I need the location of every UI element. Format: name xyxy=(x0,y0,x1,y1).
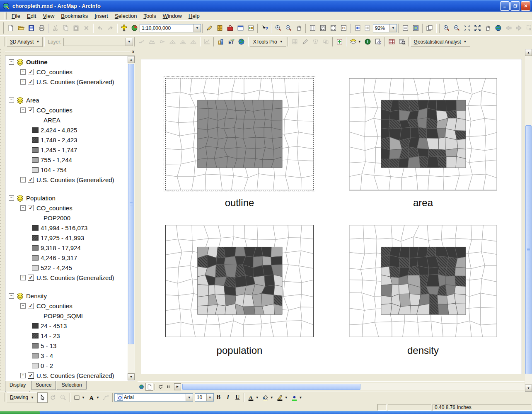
minimize-button[interactable] xyxy=(500,1,510,11)
menu-insert[interactable]: Insert xyxy=(91,12,111,20)
expand-toggle-icon[interactable]: − xyxy=(20,205,26,211)
font-size-dropdown-icon[interactable]: ▼ xyxy=(206,394,213,401)
layer-checkbox[interactable]: ✓ xyxy=(28,177,34,183)
full-extent-button[interactable] xyxy=(493,23,503,33)
layout-zoom-in-button[interactable] xyxy=(273,23,283,33)
layout-scroll-up-icon[interactable]: ▲ xyxy=(525,49,532,56)
zoom-page-extent-button[interactable] xyxy=(328,23,339,33)
toc-scroll-thumb[interactable] xyxy=(128,64,134,344)
profile-graph-button[interactable] xyxy=(202,37,212,47)
toc-class-522-4-245[interactable]: 522 - 4,245 xyxy=(5,263,128,273)
toc-class-755-1-244[interactable]: 755 - 1,244 xyxy=(5,155,128,165)
rotate-element-button[interactable] xyxy=(48,392,58,403)
find-button[interactable] xyxy=(397,37,407,47)
font-size-combo[interactable]: 10 ▼ xyxy=(195,393,214,402)
toc-layer-density-u-s-counties-generalized[interactable]: +✓U.S. Counties (Generalized) xyxy=(5,370,128,380)
toc-class-9-318-17-924[interactable]: 9,318 - 17,924 xyxy=(5,243,128,253)
arcglobe-button[interactable] xyxy=(236,37,247,47)
info-button[interactable]: i xyxy=(363,37,373,47)
map-label-population[interactable]: population xyxy=(165,345,314,357)
interpolate-shape-button[interactable] xyxy=(147,37,157,47)
layout-view-button[interactable] xyxy=(145,383,153,391)
toc-tab-display[interactable]: Display xyxy=(5,381,30,392)
focus-data-frame-button[interactable] xyxy=(411,23,421,33)
menu-bookmarks[interactable]: Bookmarks xyxy=(58,12,91,20)
line-color-split-button[interactable]: ▼ xyxy=(275,392,289,402)
menu-selection[interactable]: Selection xyxy=(111,12,140,20)
toc-layer-outline-co-counties[interactable]: +✓CO_counties xyxy=(5,67,128,77)
xtools-grid-button[interactable] xyxy=(290,37,300,47)
expand-toggle-icon[interactable]: − xyxy=(9,195,14,201)
toc-class-3-4[interactable]: 3 - 4 xyxy=(5,351,128,360)
go-forward-extent-button[interactable] xyxy=(363,23,373,33)
fixed-zoom-in-button[interactable] xyxy=(462,23,472,33)
zoom-page-width-button[interactable] xyxy=(318,23,328,33)
toc-class-17-925-41-993[interactable]: 17,925 - 41,993 xyxy=(5,233,128,243)
layout-scroll-thumb[interactable] xyxy=(525,125,532,374)
layer-checkbox[interactable]: ✓ xyxy=(28,69,34,75)
layer-checkbox[interactable]: ✓ xyxy=(28,373,34,379)
scroll-right-icon[interactable]: ▶ xyxy=(174,383,181,390)
underline-button[interactable]: U xyxy=(233,393,242,402)
marker-color-split-button[interactable]: ▼ xyxy=(289,392,304,402)
expand-toggle-icon[interactable]: + xyxy=(20,275,26,280)
toc-class-14-23[interactable]: 14 - 23 xyxy=(5,331,128,341)
layer-checkbox[interactable]: ✓ xyxy=(28,205,34,211)
back-extent-button[interactable] xyxy=(503,23,514,33)
data-frame-outline[interactable] xyxy=(165,78,314,190)
layer-checkbox[interactable]: ✓ xyxy=(28,275,34,281)
toc-group-area[interactable]: −Area xyxy=(5,95,128,105)
expand-toggle-icon[interactable]: + xyxy=(20,177,26,183)
zoom-in-button[interactable] xyxy=(441,23,452,33)
arctoolbox-button[interactable] xyxy=(225,23,235,33)
pause-drawing-button[interactable] xyxy=(164,383,172,391)
layer-checkbox[interactable]: ✓ xyxy=(28,79,34,85)
toc-class-1-245-1-747[interactable]: 1,245 - 1,747 xyxy=(5,145,128,155)
interpolate-line-button[interactable] xyxy=(136,37,147,47)
steepest-path-button[interactable] xyxy=(167,37,178,47)
toc-class-5-13[interactable]: 5 - 13 xyxy=(5,341,128,351)
expand-toggle-icon[interactable]: + xyxy=(20,69,26,75)
expand-toggle-icon[interactable]: − xyxy=(9,293,14,299)
expand-toggle-icon[interactable]: − xyxy=(9,97,14,103)
arcscene-button[interactable] xyxy=(215,37,226,47)
toc-class-1-748-2-423[interactable]: 1,748 - 2,423 xyxy=(5,135,128,145)
line-of-sight-button[interactable]: S xyxy=(188,37,198,47)
command-line-button[interactable] xyxy=(235,23,246,33)
toc-layer-population-co-counties[interactable]: −✓CO_counties xyxy=(5,203,128,213)
menu-edit[interactable]: Edit xyxy=(24,12,39,20)
identify-button[interactable]: i xyxy=(373,37,383,47)
attribute-table-button[interactable] xyxy=(387,37,397,47)
pan-button[interactable] xyxy=(483,23,493,33)
bold-button[interactable]: B xyxy=(214,393,223,402)
toggle-draft-mode-button[interactable] xyxy=(400,23,411,33)
horizontal-scroll-thumb[interactable] xyxy=(182,384,360,390)
xtools-edit-button[interactable] xyxy=(300,37,310,47)
xtools-merge-polygon-button[interactable] xyxy=(321,37,331,47)
map-label-density[interactable]: density xyxy=(349,345,497,357)
cut-button[interactable] xyxy=(50,23,60,33)
toc-close-button[interactable]: x xyxy=(131,49,136,55)
toc-group-population[interactable]: −Population xyxy=(5,193,128,203)
text-tool-split-button[interactable]: A▼ xyxy=(86,392,101,402)
copy-button[interactable] xyxy=(60,23,71,33)
toc-layer-density-co-counties[interactable]: −✓CO_counties xyxy=(5,301,128,311)
toc-class-2-424-4-825[interactable]: 2,424 - 4,825 xyxy=(5,125,128,135)
toc-class-4-246-9-317[interactable]: 4,246 - 9,317 xyxy=(5,253,128,263)
xtools-split-polygon-button[interactable] xyxy=(310,37,321,47)
toc-layer-area-u-s-counties-generalized[interactable]: +✓U.S. Counties (Generalized) xyxy=(5,175,128,185)
toc-layer-population-u-s-counties-generalized[interactable]: +✓U.S. Counties (Generalized) xyxy=(5,273,128,282)
xtools-pro-menu[interactable]: XTools Pro▼ xyxy=(250,37,286,47)
toc-group-outline[interactable]: −Outline xyxy=(5,57,128,67)
map-scale-combo[interactable]: 1:10,000,000 ▼ xyxy=(140,24,201,32)
zoom-percent-dropdown-icon[interactable]: ▼ xyxy=(389,24,397,32)
italic-button[interactable]: I xyxy=(223,393,233,402)
layout-pan-button[interactable] xyxy=(294,23,304,33)
font-color-split-button[interactable]: A▼ xyxy=(246,392,260,402)
menu-window[interactable]: Window xyxy=(160,12,185,20)
toc-field-pop90-sqmi[interactable]: POP90_SQMI xyxy=(5,311,128,321)
layout-page[interactable]: outline area population density xyxy=(141,59,522,374)
drawing-menu[interactable]: Drawing▼ xyxy=(7,392,37,402)
menu-file[interactable]: File xyxy=(8,12,24,20)
expand-toggle-icon[interactable]: − xyxy=(20,107,26,113)
